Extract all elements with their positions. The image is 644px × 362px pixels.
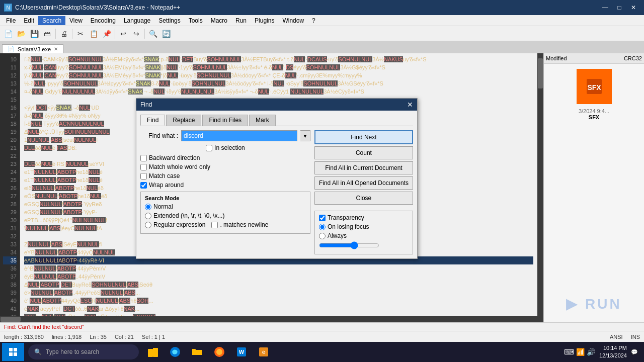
transparency-slider-container bbox=[319, 241, 409, 251]
toolbar-saveall[interactable]: 🗃 bbox=[41, 28, 53, 40]
run-watermark: ▶ RUN bbox=[544, 286, 644, 322]
toolbar-open[interactable]: 📂 bbox=[15, 28, 27, 40]
toolbar-replace[interactable]: 🔄 bbox=[160, 28, 172, 40]
count-button[interactable]: Count bbox=[314, 146, 413, 159]
line-num: 35 bbox=[3, 256, 17, 264]
transparency-checkbox[interactable] bbox=[319, 215, 326, 221]
find-what-input[interactable] bbox=[181, 130, 297, 141]
line-num: 37 bbox=[3, 273, 17, 281]
toolbar-cut[interactable]: ✂ bbox=[74, 28, 87, 40]
taskbar-app5[interactable]: W bbox=[231, 343, 252, 361]
find-tab-find[interactable]: Find bbox=[140, 115, 165, 126]
taskbar-search[interactable]: 🔍 Type here to search bbox=[28, 344, 139, 359]
menu-settings[interactable]: Settings bbox=[154, 16, 184, 25]
menu-window[interactable]: Window bbox=[278, 16, 308, 25]
toolbar-new[interactable]: 📄 bbox=[2, 28, 14, 40]
match-case-checkbox[interactable] bbox=[140, 173, 147, 179]
find-what-dropdown[interactable]: ▼ bbox=[300, 130, 310, 141]
taskbar-app6[interactable]: ⚙ bbox=[254, 343, 274, 361]
line-num: 17 bbox=[3, 112, 17, 120]
toolbar-paste[interactable]: 📌 bbox=[101, 28, 113, 40]
title-controls: — □ ✕ bbox=[599, 2, 640, 13]
toolbar-save[interactable]: 💾 bbox=[28, 28, 40, 40]
status-bar: length : 313,980 lines : 1,918 Ln : 35 C… bbox=[0, 331, 644, 342]
h-scrollbar-thumb[interactable] bbox=[1, 317, 21, 322]
menu-search[interactable]: Search bbox=[38, 16, 65, 25]
right-panel: Modified CRC32 SFX 3/2024 9:4... SFX ▶ R… bbox=[543, 53, 644, 322]
scrollbar-thumb[interactable] bbox=[538, 58, 543, 88]
horizontal-scrollbar[interactable] bbox=[0, 316, 543, 322]
toolbar-copy[interactable]: 📋 bbox=[88, 28, 100, 40]
find-tab-replace[interactable]: Replace bbox=[166, 115, 201, 126]
maximize-button[interactable]: □ bbox=[613, 2, 626, 13]
editor-line: í-δNUL·CAM<ÿy'δSOHNULNUL3À½EM<ÿyδ«f«*SNA… bbox=[24, 55, 533, 63]
menu-file[interactable]: File bbox=[2, 16, 20, 25]
toolbar-undo[interactable]: ↩ bbox=[117, 28, 129, 40]
taskbar-edge[interactable] bbox=[165, 343, 185, 361]
taskbar-firefox[interactable] bbox=[209, 343, 229, 361]
close-window-button[interactable]: ✕ bbox=[627, 2, 640, 13]
toolbar-find[interactable]: 🔍 bbox=[147, 28, 159, 40]
line-num: 20 bbox=[3, 136, 17, 144]
time-display: 10:14 PM bbox=[599, 344, 627, 352]
status-encoding: ANSI bbox=[610, 334, 623, 340]
on-losing-focus-radio[interactable] bbox=[319, 224, 326, 230]
taskbar-folder[interactable] bbox=[187, 343, 207, 361]
main-window: N C:\Users\admin\Desktop\SolaraV3\Solara… bbox=[0, 0, 644, 362]
find-dialog-title: Find ✕ bbox=[136, 99, 417, 111]
tab-close-button[interactable]: ✕ bbox=[54, 46, 58, 52]
start-button[interactable] bbox=[2, 343, 24, 361]
in-selection-checkbox[interactable] bbox=[206, 145, 212, 151]
menu-tools[interactable]: Tools bbox=[185, 16, 207, 25]
close-button[interactable]: Close bbox=[314, 192, 413, 205]
menu-help[interactable]: ? bbox=[308, 16, 319, 25]
find-dialog-close-x[interactable]: ✕ bbox=[407, 101, 413, 109]
normal-mode-label: Normal bbox=[153, 203, 173, 210]
svg-rect-7 bbox=[153, 348, 158, 357]
normal-mode-radio[interactable] bbox=[145, 204, 151, 210]
match-whole-word-checkbox[interactable] bbox=[140, 164, 147, 170]
line-num: 29 bbox=[3, 208, 17, 216]
find-all-current-button[interactable]: Find All in Current Document bbox=[314, 161, 413, 174]
menu-encoding[interactable]: Encoding bbox=[87, 16, 120, 25]
always-radio[interactable] bbox=[319, 233, 326, 239]
find-options: Backward direction Match whole word only… bbox=[140, 154, 310, 189]
transparency-slider[interactable] bbox=[319, 241, 379, 249]
regex-mode-radio[interactable] bbox=[145, 222, 151, 228]
line-num: 14 bbox=[3, 87, 17, 96]
menu-run[interactable]: Run bbox=[231, 16, 251, 25]
find-next-button[interactable]: Find Next bbox=[314, 130, 413, 144]
tab-solarav3[interactable]: 📄 SolaraV3.exe ✕ bbox=[2, 44, 63, 53]
backward-checkbox[interactable] bbox=[140, 155, 147, 161]
minimize-button[interactable]: — bbox=[599, 2, 612, 13]
editor-line: é>NULNULfABOTP..44ÿÿPeδSNULNULfABS... bbox=[24, 289, 533, 297]
wrap-around-checkbox[interactable] bbox=[140, 182, 147, 189]
toolbar-print[interactable]: 🖨 bbox=[58, 28, 70, 40]
line-num: 36 bbox=[3, 264, 17, 273]
search-icon: 🔍 bbox=[34, 348, 42, 355]
transparency-section: Transparency On losing focus Always bbox=[314, 211, 413, 254]
line-num: 12 bbox=[3, 71, 17, 79]
menu-edit[interactable]: Edit bbox=[20, 16, 38, 25]
notification-icon[interactable]: 💬 bbox=[631, 349, 638, 355]
find-tab-findinfiles[interactable]: Find in Files bbox=[202, 115, 248, 126]
status-ln: Ln : 35 bbox=[90, 334, 107, 340]
line-num: 26 bbox=[3, 184, 17, 192]
menu-bar: File Edit Search View Encoding Language … bbox=[0, 15, 644, 26]
extended-mode-radio[interactable] bbox=[145, 213, 151, 219]
editor-scrollbar[interactable] bbox=[537, 53, 543, 316]
menu-macro[interactable]: Macro bbox=[207, 16, 231, 25]
toolbar-redo[interactable]: ↪ bbox=[130, 28, 142, 40]
menu-view[interactable]: View bbox=[65, 16, 87, 25]
regex-mode-label: Regular expression bbox=[153, 221, 205, 228]
editor-line: éyBNULNULfABOTP..44ÿyPèmV bbox=[24, 273, 533, 281]
status-eol: INS bbox=[631, 334, 640, 340]
find-all-opened-button[interactable]: Find All in All Opened Documents bbox=[314, 176, 413, 190]
svg-rect-6 bbox=[148, 349, 153, 357]
line-num: 30 bbox=[3, 216, 17, 224]
menu-plugins[interactable]: Plugins bbox=[251, 16, 278, 25]
matches-newline-checkbox[interactable] bbox=[211, 222, 218, 228]
taskbar-file-explorer[interactable] bbox=[143, 343, 163, 361]
find-tab-mark[interactable]: Mark bbox=[249, 115, 276, 126]
menu-language[interactable]: Language bbox=[120, 16, 154, 25]
